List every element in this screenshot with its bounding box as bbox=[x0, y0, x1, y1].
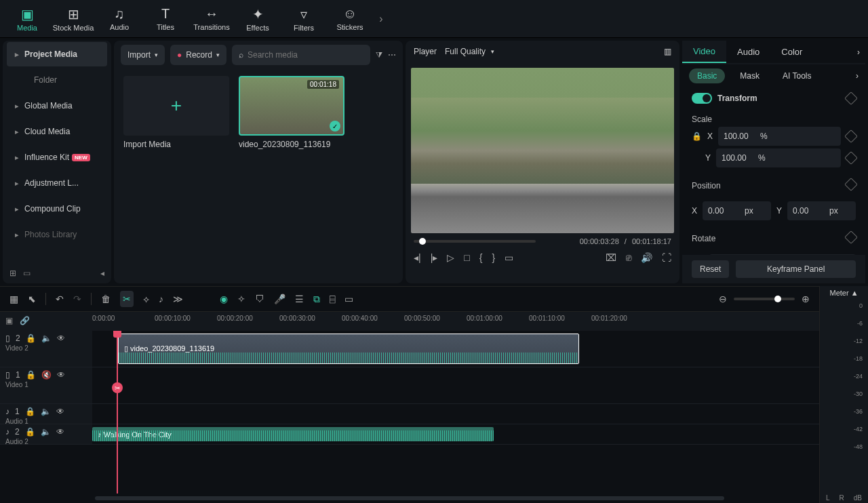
record-dropdown[interactable]: ●Record▾ bbox=[170, 45, 226, 65]
timeline-scrollbar[interactable] bbox=[0, 494, 819, 503]
play-icon[interactable]: ▷ bbox=[447, 252, 454, 263]
rotate-keyframe-icon[interactable] bbox=[844, 230, 858, 244]
quality-select[interactable]: Full Quality▾ bbox=[445, 47, 494, 56]
props-tab-color[interactable]: Color bbox=[770, 41, 813, 62]
tool-tab-titles[interactable]: TTitles bbox=[144, 1, 187, 37]
scale-x-input[interactable]: % bbox=[718, 127, 841, 146]
transform-toggle[interactable] bbox=[692, 93, 712, 104]
keyframe-panel-button[interactable]: Keyframe Panel bbox=[736, 260, 856, 278]
link-tracks-icon[interactable]: 🔗 bbox=[20, 316, 30, 327]
zoom-out-icon[interactable]: ⊖ bbox=[719, 294, 727, 304]
display-icon[interactable]: ⌧ bbox=[606, 252, 616, 263]
sidebar-item-project-media[interactable]: ▸Project Media bbox=[7, 42, 107, 66]
scale-x-keyframe-icon[interactable] bbox=[844, 129, 858, 143]
props-subtab-mask[interactable]: Mask bbox=[732, 68, 768, 83]
reset-button[interactable]: Reset bbox=[692, 260, 729, 278]
pos-x-input[interactable]: px bbox=[703, 201, 771, 220]
new-folder-icon[interactable]: ⊞ bbox=[9, 268, 16, 278]
folder-icon[interactable]: ▭ bbox=[23, 268, 31, 278]
scale-label: Scale bbox=[692, 115, 856, 124]
sidebar-item-global-media[interactable]: ▸Global Media bbox=[7, 94, 107, 118]
next-frame-icon[interactable]: |▸ bbox=[431, 252, 438, 263]
meter-toggle[interactable]: Meter ▲ bbox=[820, 286, 868, 300]
grid-icon[interactable]: ▦ bbox=[9, 294, 18, 304]
playhead[interactable] bbox=[117, 331, 118, 494]
scale-y-input[interactable]: % bbox=[716, 148, 841, 167]
music-icon[interactable]: ♪ bbox=[159, 294, 163, 304]
properties-panel: VideoAudioColor› BasicMaskAI Tools› Tran… bbox=[682, 41, 865, 283]
media-card[interactable]: +Import Media bbox=[123, 76, 229, 149]
sidebar-item-influence-kit[interactable]: ▸Influence KitNEW bbox=[7, 145, 107, 169]
progress-slider[interactable] bbox=[414, 240, 536, 243]
timeline-clip[interactable]: ▯ video_20230809_113619 bbox=[118, 334, 579, 364]
ratio-icon[interactable]: ▭ bbox=[505, 252, 513, 263]
snapshot-icon[interactable]: ▥ bbox=[664, 47, 671, 56]
shield-icon[interactable]: ⛉ bbox=[255, 294, 264, 304]
tool-tab-stickers[interactable]: ☺Stickers bbox=[328, 1, 372, 37]
pos-y-input[interactable]: px bbox=[787, 201, 856, 220]
ai-icon[interactable]: ◉ bbox=[220, 294, 228, 304]
mark-out-icon[interactable]: } bbox=[492, 252, 495, 263]
marker-icon[interactable]: ▭ bbox=[344, 294, 353, 304]
sparkle-icon[interactable]: ✧ bbox=[237, 294, 245, 304]
collapse-icon[interactable]: ◂ bbox=[100, 268, 104, 278]
tool-tab-filters[interactable]: ▿Filters bbox=[282, 1, 326, 37]
stop-icon[interactable]: □ bbox=[464, 252, 469, 263]
props-subtab-ai-tools[interactable]: AI Tools bbox=[774, 68, 819, 83]
redo-icon[interactable]: ↷ bbox=[73, 294, 81, 304]
more-icon[interactable]: ≫ bbox=[173, 294, 183, 304]
chevron-right-icon[interactable]: › bbox=[856, 71, 859, 81]
prev-frame-icon[interactable]: ◂| bbox=[414, 252, 421, 263]
link-icon[interactable]: ⌸ bbox=[330, 294, 335, 304]
sidebar-item-folder[interactable]: Folder bbox=[7, 68, 107, 92]
chevron-right-icon[interactable]: › bbox=[374, 13, 388, 25]
ruler-icon-1[interactable]: ▣ bbox=[5, 316, 13, 327]
props-tab-video[interactable]: Video bbox=[682, 41, 726, 63]
preview-viewport[interactable] bbox=[411, 68, 674, 233]
fullscreen-icon[interactable]: ⛶ bbox=[662, 252, 671, 263]
sidebar-item-compound-clip[interactable]: ▸Compound Clip bbox=[7, 197, 107, 221]
filter-icon[interactable]: ⧩ bbox=[376, 50, 382, 60]
sidebar-item-photos-library[interactable]: ▸Photos Library bbox=[7, 222, 107, 247]
scale-y-keyframe-icon[interactable] bbox=[844, 151, 858, 165]
track-video-2: ▯2🔒🔈👁Video 2▯ video_20230809_113619 bbox=[0, 331, 819, 367]
transform-keyframe-icon[interactable] bbox=[844, 92, 858, 105]
chevron-right-icon[interactable]: › bbox=[852, 42, 865, 62]
player-title: Player bbox=[414, 47, 437, 56]
select-icon[interactable]: ⬉ bbox=[28, 294, 36, 304]
mic-icon[interactable]: 🎤 bbox=[274, 294, 285, 304]
props-tab-audio[interactable]: Audio bbox=[726, 41, 770, 62]
player-panel: Player Full Quality▾ ▥ 00:00:03:28 / 00:… bbox=[406, 41, 679, 283]
timeline-clip[interactable]: ♪ Walking On The City bbox=[92, 427, 494, 441]
position-keyframe-icon[interactable] bbox=[844, 178, 858, 191]
zoom-in-icon[interactable]: ⊕ bbox=[802, 294, 810, 304]
lock-icon[interactable]: 🔒 bbox=[692, 132, 702, 141]
media-panel: Import▾ ●Record▾ ⌕ ⧩ ⋯ +Import Media00:0… bbox=[114, 41, 403, 283]
tool-tab-audio[interactable]: ♫Audio bbox=[98, 1, 141, 37]
more-icon[interactable]: ⋯ bbox=[388, 50, 396, 60]
cut-icon[interactable]: ✂ bbox=[120, 291, 134, 307]
search-input[interactable]: ⌕ bbox=[232, 45, 370, 65]
tool-tab-media[interactable]: ▣Media bbox=[5, 1, 49, 37]
crop-icon[interactable]: ⟡ bbox=[143, 294, 149, 305]
list-icon[interactable]: ☰ bbox=[295, 294, 304, 304]
tool-tab-transitions[interactable]: ↔Transitions bbox=[190, 1, 233, 37]
magnet-icon[interactable]: ⧉ bbox=[313, 294, 320, 305]
import-dropdown[interactable]: Import▾ bbox=[121, 45, 165, 65]
zoom-slider[interactable] bbox=[734, 298, 795, 300]
sidebar-item-cloud-media[interactable]: ▸Cloud Media bbox=[7, 119, 107, 144]
undo-icon[interactable]: ↶ bbox=[56, 294, 64, 304]
timeline-toolbar: ▦ ⬉ ↶ ↷ 🗑 ✂ ⟡ ♪ ≫ ◉ ✧ ⛉ 🎤 ☰ ⧉ ⌸ ▭ ⊖ ⊕ bbox=[0, 287, 819, 312]
volume-icon[interactable]: 🔊 bbox=[641, 252, 652, 263]
transform-label: Transform bbox=[717, 94, 757, 103]
sidebar-item-adjustment-l---[interactable]: ▸Adjustment L... bbox=[7, 171, 107, 195]
tool-tab-stock-media[interactable]: ⊞Stock Media bbox=[52, 1, 95, 37]
tool-tab-effects[interactable]: ✦Effects bbox=[236, 1, 279, 37]
rotate-label: Rotate bbox=[692, 234, 715, 243]
delete-icon[interactable]: 🗑 bbox=[101, 294, 111, 304]
camera-icon[interactable]: ⎚ bbox=[626, 252, 631, 263]
media-card[interactable]: 00:01:18✓video_20230809_113619 bbox=[239, 76, 344, 149]
props-subtab-basic[interactable]: Basic bbox=[689, 68, 725, 83]
mark-in-icon[interactable]: { bbox=[479, 252, 483, 263]
timeline-ruler[interactable]: ▣ 🔗 0:00:0000:00:10:0000:00:20:0000:00:3… bbox=[0, 312, 819, 331]
